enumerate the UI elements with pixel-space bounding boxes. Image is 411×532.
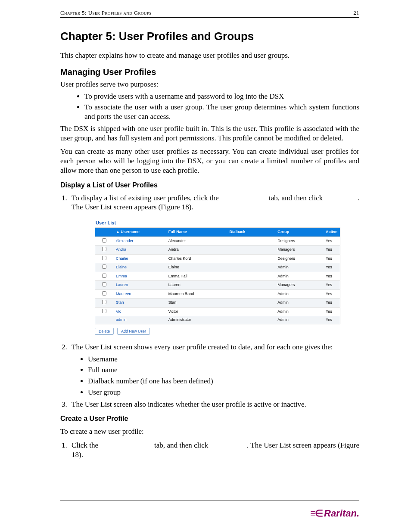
list-item: To provide users with a username and pas… [84, 92, 359, 101]
active-cell: Yes [323, 254, 340, 263]
list-item: Click the tab, and then click . The User… [69, 441, 359, 460]
table-row: adminAdministratorAdminYes [95, 316, 340, 324]
menu-ref [210, 441, 245, 449]
col-checkbox [95, 228, 113, 237]
dialback-cell [227, 246, 275, 255]
delete-button[interactable]: Delete [95, 328, 114, 335]
add-new-user-button[interactable]: Add New User [117, 328, 150, 335]
intro-paragraph: This chapter explains how to create and … [60, 51, 359, 60]
list-item: Username [88, 355, 359, 364]
footer-rule [60, 501, 359, 501]
create-lead: To create a new user profile: [60, 427, 359, 436]
active-cell: Yes [323, 299, 340, 308]
username-link[interactable]: Alexander [116, 239, 134, 243]
username-link[interactable]: Stan [116, 300, 124, 305]
row-checkbox[interactable] [102, 274, 106, 278]
table-row: CharlieCharles KordDesignersYes [95, 254, 340, 263]
dialback-cell [227, 263, 275, 272]
list-item: Full name [88, 365, 359, 375]
table-row: ElaineElaineAdminYes [95, 263, 340, 272]
user-list-table: ▲ Username Full Name Dialback Group Acti… [95, 227, 340, 324]
list-item: To associate the user with a user group.… [84, 103, 359, 121]
col-group[interactable]: Group [275, 228, 323, 237]
row-checkbox[interactable] [102, 309, 106, 313]
fullname-cell: Victor [166, 307, 227, 316]
header-rule [60, 17, 359, 18]
list-item: The User List screen also indicates whet… [69, 400, 359, 409]
group-cell: Admin [275, 316, 323, 324]
row-checkbox[interactable] [102, 247, 106, 251]
list-item: To display a list of existing user profi… [69, 193, 359, 335]
col-fullname[interactable]: Full Name [166, 228, 227, 237]
fullname-cell: Andra [166, 246, 227, 255]
fullname-cell: Stan [166, 299, 227, 308]
list-item: User group [88, 388, 359, 397]
active-cell: Yes [323, 236, 340, 246]
username-link[interactable]: Maureen [116, 292, 131, 296]
subsection-display: Display a List of User Profiles [60, 181, 359, 189]
fullname-cell: Charles Kord [166, 254, 227, 263]
dialback-cell [227, 307, 275, 316]
dialback-cell [227, 254, 275, 263]
username-link[interactable]: Lauren [116, 283, 128, 287]
row-checkbox[interactable] [102, 291, 106, 296]
fullname-cell: Lauren [166, 281, 227, 290]
brand-mark-icon: ≡∈ [310, 508, 322, 519]
row-checkbox[interactable] [102, 282, 106, 286]
user-list-figure: User List ▲ Username Full Name Dialback … [95, 220, 340, 335]
table-row: StanStanAdminYes [95, 299, 340, 308]
username-link[interactable]: Charlie [116, 256, 128, 261]
col-dialback[interactable]: Dialback [227, 228, 275, 237]
username-link[interactable]: Andra [116, 247, 126, 252]
brand-text: Raritan. [324, 508, 359, 519]
dialback-cell [227, 236, 275, 246]
purposes-lead: User profiles serve two purposes: [60, 80, 359, 89]
list-item: The User List screen shows every user pr… [69, 342, 359, 397]
username-link[interactable]: Elaine [116, 265, 127, 269]
active-cell: Yes [323, 272, 340, 281]
row-checkbox[interactable] [102, 264, 106, 269]
create-many-paragraph: You can create as many other user profil… [60, 147, 359, 175]
shipped-paragraph: The DSX is shipped with one user profile… [60, 124, 359, 143]
dialback-cell [227, 299, 275, 308]
dialback-cell [227, 316, 275, 324]
section-managing: Managing User Profiles [60, 67, 359, 77]
fullname-cell: Alexander [166, 236, 227, 246]
dialback-cell [227, 272, 275, 281]
table-row: MaureenMaureen RandAdminYes [95, 289, 340, 299]
fullname-cell: Emma Hall [166, 272, 227, 281]
chapter-title: Chapter 5: User Profiles and Groups [60, 30, 359, 43]
group-cell: Managers [275, 281, 323, 290]
active-cell: Yes [323, 246, 340, 255]
username-link[interactable]: admin [116, 317, 127, 322]
row-checkbox[interactable] [102, 300, 106, 304]
dialback-cell [227, 281, 275, 290]
group-cell: Admin [275, 289, 323, 299]
col-username[interactable]: ▲ Username [113, 228, 166, 237]
table-row: AlexanderAlexanderDesignersYes [95, 236, 340, 246]
active-cell: Yes [323, 289, 340, 299]
group-cell: Admin [275, 307, 323, 316]
username-link[interactable]: Emma [116, 274, 127, 278]
table-row: LaurenLaurenManagersYes [95, 281, 340, 290]
running-header: Chapter 5: User Profiles and Groups 21 [60, 9, 359, 16]
row-checkbox[interactable] [102, 238, 106, 243]
group-cell: Admin [275, 263, 323, 272]
table-row: VicVictorAdminYes [95, 307, 340, 316]
menu-ref [325, 194, 356, 202]
subsection-create: Create a User Profile [60, 415, 359, 423]
group-cell: Designers [275, 236, 323, 246]
group-cell: Admin [275, 272, 323, 281]
active-cell: Yes [323, 307, 340, 316]
active-cell: Yes [323, 281, 340, 290]
username-link[interactable]: Vic [116, 309, 121, 314]
group-cell: Managers [275, 246, 323, 255]
purposes-list: To provide users with a username and pas… [84, 92, 359, 121]
active-cell: Yes [323, 316, 340, 324]
row-checkbox[interactable] [102, 256, 106, 260]
tab-ref [221, 194, 267, 202]
fullname-cell: Maureen Rand [166, 289, 227, 299]
brand-logo: ≡∈ Raritan. [310, 508, 359, 519]
fullname-cell: Administrator [166, 316, 227, 324]
col-active[interactable]: Active [323, 228, 340, 237]
